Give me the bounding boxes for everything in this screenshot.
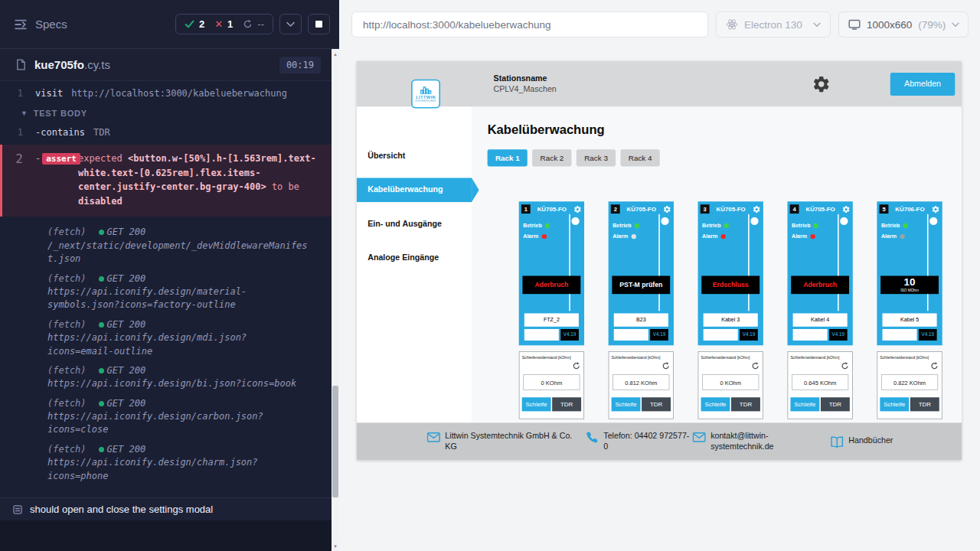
line-number: 2 <box>2 152 35 208</box>
rack-tab[interactable]: Rack 2 <box>532 149 571 166</box>
command-row-visit[interactable]: 1 visit http://localhost:3000/kabelueber… <box>0 84 332 103</box>
pending-stat: -- <box>243 18 264 30</box>
device-status: Erdschluss <box>701 276 760 294</box>
test-body-header[interactable]: ▼ TEST BODY <box>0 103 332 123</box>
fetch-url: /_next/static/development/_devMiddleware… <box>47 240 312 266</box>
tdr-button[interactable]: TDR <box>731 397 760 411</box>
refresh-icon[interactable] <box>572 362 580 370</box>
device-status: Aderbruch <box>791 276 849 294</box>
assert-command: -assert <box>35 152 80 166</box>
tdr-button[interactable]: TDR <box>910 397 939 411</box>
chevron-down-icon <box>813 22 821 28</box>
command-arg: http://localhost:3000/kabelueberwachung <box>71 88 287 99</box>
scroll-up-icon[interactable]: ▲ <box>332 49 339 59</box>
logo-title: LITTWIN <box>416 95 436 99</box>
device-gear-icon[interactable] <box>753 205 761 214</box>
fetch-url: https://api.iconify.design/charm.json?ic… <box>47 456 312 483</box>
measurement-panel: Schleifenwiderstand [kOhm] 0.812 KOhm Sc… <box>609 351 674 419</box>
viewport-icon <box>848 18 861 31</box>
tdr-button[interactable]: TDR <box>821 397 850 411</box>
device-number: 5 <box>880 204 889 214</box>
browser-label: Electron 130 <box>744 19 802 31</box>
url-input[interactable]: http://localhost:3000/kabelueberwachung <box>351 11 708 37</box>
fetch-log-entry[interactable]: (fetch)GET 200https://api.iconify.design… <box>47 272 312 312</box>
status-circle <box>571 217 579 225</box>
sidebar-item[interactable]: Ein- und Ausgänge <box>357 212 472 236</box>
device-gear-icon[interactable] <box>573 205 582 214</box>
reporter-scrollbar[interactable]: ▲ ▼ <box>332 49 339 551</box>
rack-tab[interactable]: Rack 4 <box>621 149 660 166</box>
specs-menu-button[interactable]: Specs <box>14 18 67 31</box>
indicator-row: Alarm <box>702 231 761 242</box>
command-row-contains[interactable]: 1 -contains TDR <box>0 123 332 142</box>
app-main: Kabelüberwachung Rack 1Rack 2Rack 3Rack … <box>472 106 962 460</box>
assert-badge: assert <box>42 153 80 165</box>
indicator-label: Betrieb <box>792 223 811 229</box>
sidebar-item[interactable]: Analoge Eingänge <box>357 246 472 270</box>
fetch-log-entry[interactable]: (fetch)GET 200https://api.iconify.design… <box>47 397 312 437</box>
fetch-log-entry[interactable]: (fetch)GET 200https://api.iconify.design… <box>47 443 312 483</box>
scrollbar-thumb[interactable] <box>332 386 338 497</box>
indicator-led <box>541 234 546 239</box>
rack-tab[interactable]: Rack 3 <box>577 149 616 166</box>
schleife-button[interactable]: Schleife <box>880 397 909 411</box>
pending-count: -- <box>257 18 264 30</box>
schleife-button[interactable]: Schleife <box>790 397 819 411</box>
stop-button[interactable] <box>308 14 330 34</box>
device-gear-icon[interactable] <box>663 205 671 214</box>
viewport-menu-button[interactable] <box>279 14 302 34</box>
indicator-led <box>810 234 815 239</box>
fetch-status: GET 200 <box>99 226 146 239</box>
email-icon <box>427 432 440 444</box>
line-number: 1 <box>0 88 35 99</box>
app-under-test: LITTWIN SYSTEMTECHNIK Stationsname CPLV4… <box>357 61 962 460</box>
device-card: 2 KÜ705-FO BetriebAlarm PST-M prüfen B23… <box>609 201 674 419</box>
cable-name: Kabel 3 <box>704 313 758 326</box>
aut-area: LITTWIN SYSTEMTECHNIK Stationsname CPLV4… <box>339 49 980 551</box>
logout-button[interactable]: Abmelden <box>890 73 956 96</box>
screen: Specs 2 ✕1 -- kue705fo.cy.ts 00:19 1 <box>0 0 980 551</box>
app-footer: Littwin Systemtechnik GmbH & Co. KGTelef… <box>357 422 962 460</box>
device-card-mid: BetriebAlarm Erdschluss Kabel 3 V4.19 <box>701 214 761 341</box>
refresh-icon[interactable] <box>841 362 849 370</box>
device-title: KÜ705-FO <box>622 206 661 213</box>
tdr-button[interactable]: TDR <box>642 397 671 411</box>
fetch-log-entry[interactable]: (fetch)GET 200https://api.iconify.design… <box>47 364 312 391</box>
refresh-icon[interactable] <box>930 362 939 370</box>
schleife-button[interactable]: Schleife <box>701 397 730 411</box>
schleife-button[interactable]: Schleife <box>522 397 551 411</box>
fetch-log-entry[interactable]: (fetch)GET 200/_next/static/development/… <box>47 226 312 266</box>
cable-name: Kabel 5 <box>883 313 937 326</box>
sidebar-item[interactable]: Kabelüberwachung <box>357 178 472 202</box>
failed-assert-row[interactable]: 2 -assert expected <button.w-[50%].h-[1.… <box>0 145 332 217</box>
footer-item[interactable]: Handbücher <box>831 435 893 448</box>
indicator-led <box>900 234 904 239</box>
viewport-select[interactable]: 1000x660 (79%) <box>838 11 969 37</box>
line-number: 1 <box>0 127 35 138</box>
schleife-button[interactable]: Schleife <box>612 397 641 411</box>
chevron-down-icon: ▼ <box>21 109 28 117</box>
refresh-icon[interactable] <box>751 362 760 370</box>
refresh-icon[interactable] <box>662 362 670 370</box>
settings-gear-icon[interactable] <box>812 74 831 93</box>
device-gear-icon[interactable] <box>842 205 851 214</box>
passed-stat: 2 <box>185 18 204 30</box>
tdr-button[interactable]: TDR <box>552 397 581 411</box>
next-test-row[interactable]: should open and close the settings modal <box>0 497 332 520</box>
runner-toolbar: http://localhost:3000/kabelueberwachung … <box>339 0 980 49</box>
indicator-label: Alarm <box>612 233 628 240</box>
indicator-row: Alarm <box>792 231 851 242</box>
device-gear-icon[interactable] <box>932 205 940 214</box>
device-card-head: 5 KÜ706-FO <box>880 204 940 214</box>
sidebar-item[interactable]: Übersicht <box>357 144 472 168</box>
test-stats[interactable]: 2 ✕1 -- <box>175 14 273 34</box>
specs-menu-icon <box>14 18 28 31</box>
fetch-label: (fetch) <box>47 364 87 377</box>
fetch-log-entry[interactable]: (fetch)GET 200https://api.iconify.design… <box>47 318 312 358</box>
measurement-panel: Schleifenwiderstand [kOhm] 0 KOhm Schlei… <box>519 351 584 419</box>
scroll-down-icon[interactable]: ▼ <box>332 541 339 551</box>
browser-select[interactable]: Electron 130 <box>716 11 831 37</box>
measurement-panel: Schleifenwiderstand [kOhm] 0.822 KOhm Sc… <box>877 351 942 419</box>
rack-tab[interactable]: Rack 1 <box>488 149 528 166</box>
status-text: Aderbruch <box>803 282 837 289</box>
